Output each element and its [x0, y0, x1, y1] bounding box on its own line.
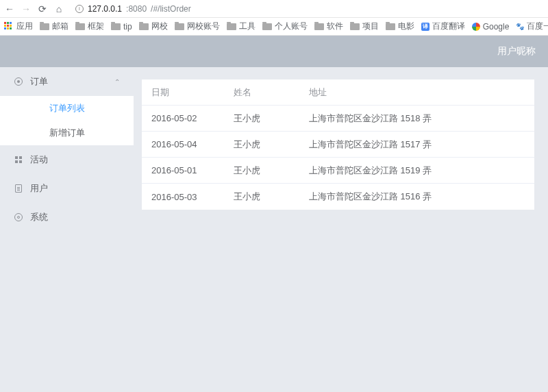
- table-row[interactable]: 2016-05-02 王小虎 上海市普陀区金沙江路 1518 弄: [142, 106, 534, 132]
- folder-icon: [75, 23, 85, 30]
- baidu-icon: 🐾: [516, 23, 524, 31]
- cell-name: 王小虎: [234, 164, 309, 177]
- cell-date: 2016-05-02: [151, 113, 234, 123]
- bookmarks-bar: 应用 邮箱 框架 tip 网校 网校账号 工具 个人账号 软件 项目 电影 译百…: [0, 18, 548, 36]
- app-container: 用户昵称 订单 ⌃ 订单列表 新增订单: [0, 36, 548, 392]
- home-icon[interactable]: ⌂: [53, 3, 64, 14]
- col-header-name: 姓名: [234, 86, 309, 99]
- folder-icon: [386, 23, 395, 30]
- bookmark-folder[interactable]: 个人账号: [262, 21, 308, 32]
- menu-orders-title[interactable]: 订单 ⌃: [0, 67, 134, 96]
- cell-address: 上海市普陀区金沙江路 1517 弄: [309, 138, 525, 151]
- sidebar-item-user[interactable]: 用户: [0, 174, 134, 203]
- apps-label: 应用: [16, 21, 33, 32]
- bookmark-folder[interactable]: 软件: [314, 21, 343, 32]
- menu-orders-label: 订单: [30, 75, 48, 88]
- table-header: 日期 姓名 地址: [142, 79, 534, 106]
- sidebar-item-system[interactable]: 系统: [0, 203, 134, 232]
- url-path: /#/listOrder: [151, 4, 191, 14]
- bookmark-link[interactable]: 译百度翻译: [421, 21, 465, 32]
- app-header: 用户昵称: [0, 36, 548, 67]
- user-nickname-label[interactable]: 用户昵称: [497, 45, 536, 58]
- bookmark-link[interactable]: 🐾百度一下，你就知道: [516, 21, 548, 32]
- cell-name: 王小虎: [234, 138, 309, 151]
- col-header-address: 地址: [309, 86, 525, 99]
- sidebar-item-activity[interactable]: 活动: [0, 145, 134, 174]
- bookmark-folder[interactable]: 工具: [227, 21, 256, 32]
- folder-icon: [111, 23, 121, 30]
- baidu-translate-icon: 译: [421, 23, 429, 31]
- url-port: :8080: [126, 4, 147, 14]
- sidebar-item-order-list[interactable]: 订单列表: [0, 96, 134, 121]
- google-icon: [472, 23, 480, 31]
- orders-table: 日期 姓名 地址 2016-05-02 王小虎 上海市普陀区金沙江路 1518 …: [142, 79, 534, 210]
- url-host: 127.0.0.1: [88, 4, 122, 14]
- apps-button[interactable]: 应用: [4, 21, 33, 32]
- bookmark-folder[interactable]: 网校: [139, 21, 168, 32]
- nav-forward-icon: →: [21, 3, 32, 14]
- folder-icon: [227, 23, 236, 30]
- document-icon: [14, 184, 23, 193]
- apps-grid-icon: [4, 22, 14, 32]
- bookmark-folder[interactable]: 项目: [350, 21, 379, 32]
- nav-back-icon[interactable]: ←: [4, 3, 15, 14]
- cell-date: 2016-05-01: [151, 165, 234, 175]
- bookmark-folder[interactable]: 框架: [75, 21, 104, 32]
- reload-icon[interactable]: ⟳: [37, 3, 48, 14]
- bookmark-folder[interactable]: 电影: [386, 21, 414, 32]
- bookmark-folder[interactable]: 邮箱: [40, 21, 68, 32]
- gear-icon: [14, 213, 23, 221]
- folder-icon: [350, 23, 360, 30]
- menu-orders: 订单 ⌃ 订单列表 新增订单: [0, 67, 134, 145]
- table-row[interactable]: 2016-05-03 王小虎 上海市普陀区金沙江路 1516 弄: [142, 184, 534, 210]
- cell-address: 上海市普陀区金沙江路 1519 弄: [309, 164, 525, 177]
- folder-icon: [139, 23, 149, 30]
- table-row[interactable]: 2016-05-01 王小虎 上海市普陀区金沙江路 1519 弄: [142, 158, 534, 184]
- sidebar: 订单 ⌃ 订单列表 新增订单 活动 用户: [0, 67, 134, 392]
- bookmark-folder[interactable]: 网校账号: [175, 21, 220, 32]
- folder-icon: [262, 23, 272, 30]
- sidebar-item-order-new[interactable]: 新增订单: [0, 121, 134, 145]
- folder-icon: [175, 23, 184, 30]
- cell-name: 王小虎: [234, 191, 309, 203]
- table-row[interactable]: 2016-05-04 王小虎 上海市普陀区金沙江路 1517 弄: [142, 132, 534, 158]
- cell-address: 上海市普陀区金沙江路 1516 弄: [309, 191, 525, 203]
- bookmark-folder[interactable]: tip: [111, 22, 132, 32]
- site-info-icon[interactable]: i: [75, 5, 84, 13]
- chevron-up-icon: ⌃: [114, 78, 120, 86]
- cell-address: 上海市普陀区金沙江路 1518 弄: [309, 112, 525, 125]
- submenu-orders: 订单列表 新增订单: [0, 96, 134, 145]
- folder-icon: [314, 23, 324, 30]
- browser-toolbar: ← → ⟳ ⌂ i 127.0.0.1:8080/#/listOrder: [0, 0, 548, 18]
- cell-name: 王小虎: [234, 112, 309, 125]
- bookmark-link[interactable]: Google: [472, 22, 510, 32]
- col-header-date: 日期: [151, 86, 234, 99]
- folder-icon: [40, 23, 49, 30]
- address-bar[interactable]: i 127.0.0.1:8080/#/listOrder: [70, 2, 544, 16]
- target-icon: [14, 77, 23, 86]
- app-body: 订单 ⌃ 订单列表 新增订单 活动 用户: [0, 67, 548, 392]
- content-area: 日期 姓名 地址 2016-05-02 王小虎 上海市普陀区金沙江路 1518 …: [134, 67, 548, 392]
- grid-icon: [14, 156, 23, 163]
- cell-date: 2016-05-04: [151, 139, 234, 149]
- cell-date: 2016-05-03: [151, 192, 234, 202]
